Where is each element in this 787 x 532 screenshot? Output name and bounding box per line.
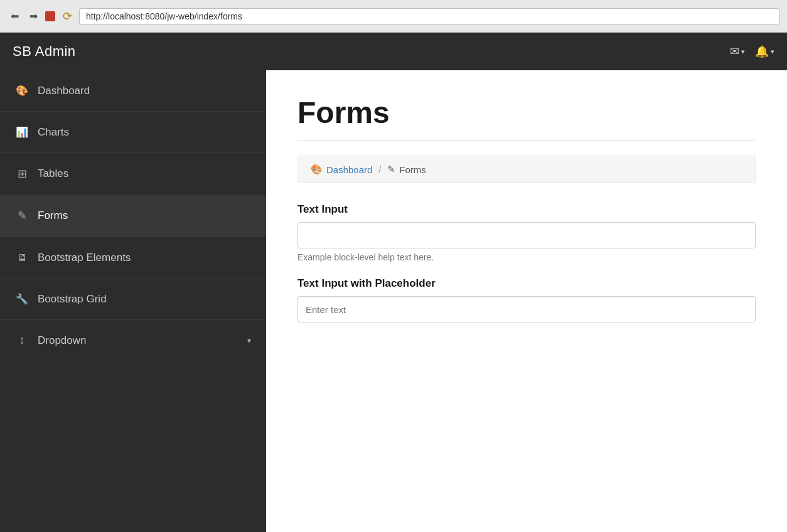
sidebar-item-dropdown[interactable]: Dropdown ▾ (0, 320, 266, 361)
form-section-text-input-placeholder: Text Input with Placeholder (297, 277, 756, 322)
reload-button[interactable]: ⟳ (60, 9, 74, 23)
bell-button[interactable]: 🔔 ▾ (755, 45, 774, 58)
palette-icon: 🎨 (311, 164, 323, 175)
mail-caret: ▾ (741, 48, 745, 56)
forward-button[interactable]: ➡ (26, 9, 40, 23)
sidebar-label-dashboard: Dashboard (38, 85, 90, 97)
sidebar-item-forms[interactable]: Forms (0, 195, 266, 237)
text-input-help: Example block-level help text here. (297, 252, 756, 262)
text-input-label: Text Input (297, 203, 756, 216)
breadcrumb-home-label: Dashboard (326, 164, 372, 175)
sidebar-item-charts[interactable]: Charts (0, 112, 266, 153)
back-button[interactable]: ⬅ (8, 9, 21, 23)
sidebar-label-dropdown: Dropdown (38, 334, 87, 347)
sidebar-label-forms: Forms (38, 210, 68, 222)
bell-icon: 🔔 (755, 45, 769, 58)
browser-chrome: ⬅ ➡ ⟳ (0, 0, 787, 33)
edit-icon: ✎ (387, 164, 395, 175)
charts-icon (15, 125, 29, 139)
sidebar: Dashboard Charts Tables Forms Bootstrap … (0, 70, 266, 532)
forms-icon (15, 209, 29, 223)
text-input-placeholder-label: Text Input with Placeholder (297, 277, 756, 290)
navbar-brand: SB Admin (13, 43, 76, 60)
navbar-right: ✉ ▾ 🔔 ▾ (730, 45, 774, 58)
stop-button[interactable] (45, 11, 55, 21)
sidebar-label-bootstrap-elements: Bootstrap Elements (38, 252, 131, 264)
top-navbar: SB Admin ✉ ▾ 🔔 ▾ (0, 33, 787, 70)
app-wrapper: SB Admin ✉ ▾ 🔔 ▾ Dashboard Charts (0, 33, 787, 532)
tables-icon (15, 167, 29, 181)
breadcrumb-current: ✎ Forms (387, 164, 426, 175)
mail-icon: ✉ (730, 45, 739, 58)
bootstrap-elements-icon (15, 251, 29, 264)
bell-caret: ▾ (771, 48, 774, 56)
dropdown-caret-icon: ▾ (247, 336, 251, 345)
dropdown-icon (15, 334, 29, 347)
address-bar[interactable] (79, 8, 779, 24)
page-title-divider (297, 140, 756, 141)
text-input-field[interactable] (297, 222, 756, 248)
sidebar-item-bootstrap-grid[interactable]: Bootstrap Grid (0, 279, 266, 320)
sidebar-item-bootstrap-elements[interactable]: Bootstrap Elements (0, 237, 266, 279)
bootstrap-grid-icon (15, 292, 29, 306)
main-area: Dashboard Charts Tables Forms Bootstrap … (0, 70, 787, 532)
sidebar-label-charts: Charts (38, 126, 69, 139)
page-title: Forms (297, 95, 756, 130)
breadcrumb-current-label: Forms (399, 164, 426, 175)
form-section-text-input: Text Input Example block-level help text… (297, 203, 756, 262)
sidebar-item-tables[interactable]: Tables (0, 153, 266, 195)
sidebar-item-dashboard[interactable]: Dashboard (0, 70, 266, 112)
content-area: Forms 🎨 Dashboard / ✎ Forms Text Input E… (266, 70, 787, 532)
sidebar-label-bootstrap-grid: Bootstrap Grid (38, 293, 107, 306)
sidebar-label-tables: Tables (38, 168, 68, 180)
dashboard-icon (15, 84, 29, 97)
breadcrumb-separator: / (378, 164, 381, 174)
breadcrumb-home[interactable]: 🎨 Dashboard (311, 164, 372, 175)
breadcrumb: 🎨 Dashboard / ✎ Forms (297, 156, 756, 183)
text-input-placeholder-field[interactable] (297, 296, 756, 322)
mail-button[interactable]: ✉ ▾ (730, 45, 745, 58)
